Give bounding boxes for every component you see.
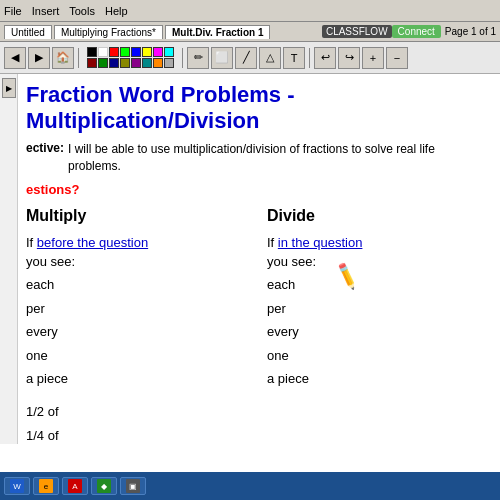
objective-row: ective: I will be able to use multiplica…: [26, 141, 488, 175]
multiply-word-every: every: [26, 320, 247, 343]
line-tool[interactable]: ╱: [235, 47, 257, 69]
objective-label: ective:: [26, 141, 64, 155]
of-item-1: 1/2 of: [26, 400, 247, 423]
taskbar-ie[interactable]: e: [33, 477, 59, 495]
multiply-word-apiece: a piece: [26, 367, 247, 390]
divide-if-text: If in the question: [267, 235, 488, 250]
divide-column: Divide If in the question you see: each …: [267, 207, 488, 444]
sidebar-toggle[interactable]: ▶: [2, 78, 16, 98]
slide-area: Fraction Word Problems - Multiplication/…: [18, 74, 500, 444]
redo-button[interactable]: ↪: [338, 47, 360, 69]
multiply-word-list: each per every one a piece: [26, 273, 247, 390]
divide-if-word: If: [267, 235, 278, 250]
divide-word-list: each per every one a piece: [267, 273, 488, 390]
connect-button[interactable]: Connect: [392, 25, 441, 38]
sidebar: ▶: [0, 74, 18, 444]
multiply-column: Multiply If before the question you see:…: [26, 207, 247, 444]
page-info: Page 1 of 1: [445, 26, 496, 37]
menu-bar: File Insert Tools Help: [0, 0, 500, 22]
forward-button[interactable]: ▶: [28, 47, 50, 69]
pencil-tool[interactable]: ✏: [187, 47, 209, 69]
multiply-word-each: each: [26, 273, 247, 296]
multiply-word-per: per: [26, 297, 247, 320]
shape-tool[interactable]: △: [259, 47, 281, 69]
multiply-word-one: one: [26, 344, 247, 367]
text-tool[interactable]: T: [283, 47, 305, 69]
divide-you-see: you see:: [267, 254, 488, 269]
taskbar-word[interactable]: W: [4, 477, 30, 495]
tab-multiplying[interactable]: Multiplying Fractions*: [54, 25, 163, 39]
multiply-if-text: If before the question: [26, 235, 247, 250]
divide-word-per: per: [267, 297, 488, 320]
color-palette: [87, 47, 174, 68]
multiply-header: Multiply: [26, 207, 247, 225]
objective-text: I will be able to use multiplication/div…: [68, 141, 488, 175]
questions-label: estions?: [26, 182, 488, 197]
tab-untitled[interactable]: Untitled: [4, 25, 52, 39]
home-button[interactable]: 🏠: [52, 47, 74, 69]
menu-help[interactable]: Help: [105, 5, 128, 17]
menu-file[interactable]: File: [4, 5, 22, 17]
menu-tools[interactable]: Tools: [69, 5, 95, 17]
slide-title: Fraction Word Problems - Multiplication/…: [26, 82, 488, 135]
two-columns: Multiply If before the question you see:…: [26, 207, 488, 444]
divide-word-apiece: a piece: [267, 367, 488, 390]
draw-toolbar: ◀ ▶ 🏠 ✏ ⬜ ╱ △ T ↩ ↪ + −: [0, 42, 500, 74]
taskbar-app4[interactable]: ◆: [91, 477, 117, 495]
classflow-label: CLASSFLOW: [322, 25, 392, 38]
back-button[interactable]: ◀: [4, 47, 26, 69]
zoom-in-button[interactable]: +: [362, 47, 384, 69]
zoom-out-button[interactable]: −: [386, 47, 408, 69]
tab-multdiv[interactable]: Mult.Div. Fraction 1: [165, 25, 271, 39]
divide-word-every: every: [267, 320, 488, 343]
content-area: ▶ Fraction Word Problems - Multiplicatio…: [0, 74, 500, 444]
of-list: 1/2 of 1/4 of etc.: [26, 400, 247, 444]
divide-in-link[interactable]: in the question: [278, 235, 363, 250]
multiply-if-word: If: [26, 235, 37, 250]
eraser-tool[interactable]: ⬜: [211, 47, 233, 69]
multiply-you-see: you see:: [26, 254, 247, 269]
taskbar-app5[interactable]: ▣: [120, 477, 146, 495]
divide-header: Divide: [267, 207, 488, 225]
menu-insert[interactable]: Insert: [32, 5, 60, 17]
tab-bar: Untitled Multiplying Fractions* Mult.Div…: [0, 22, 500, 42]
taskbar: W e A ◆ ▣: [0, 472, 500, 500]
divide-word-one: one: [267, 344, 488, 367]
taskbar-acrobat[interactable]: A: [62, 477, 88, 495]
divide-word-each: each: [267, 273, 488, 296]
undo-button[interactable]: ↩: [314, 47, 336, 69]
multiply-before-link[interactable]: before the question: [37, 235, 148, 250]
of-item-2: 1/4 of: [26, 424, 247, 444]
